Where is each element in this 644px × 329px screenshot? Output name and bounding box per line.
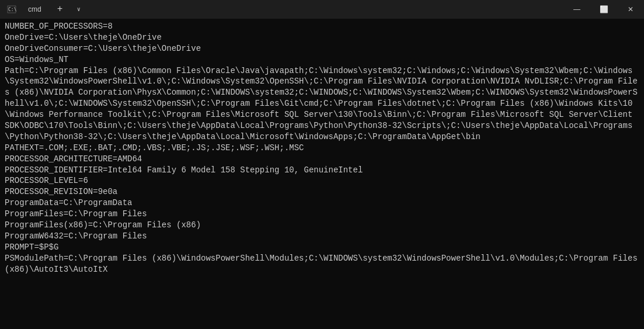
cmd-logo-icon: C:\: [7, 5, 16, 14]
minimize-button[interactable]: —: [563, 0, 590, 19]
window-icon: C:\: [0, 0, 23, 19]
svg-text:C:\: C:\: [8, 7, 16, 12]
chevron-down-icon: ∨: [77, 6, 81, 13]
close-button[interactable]: ✕: [617, 0, 644, 19]
title-bar: C:\ cmd + ∨ — ⬜ ✕: [0, 0, 644, 19]
title-bar-left: C:\ cmd + ∨: [0, 0, 88, 19]
maximize-button[interactable]: ⬜: [590, 0, 617, 19]
tab-dropdown-button[interactable]: ∨: [69, 0, 88, 19]
cmd-window: C:\ cmd + ∨ — ⬜ ✕ NUMBER_OF_PROCESSORS=8…: [0, 0, 644, 329]
add-tab-button[interactable]: +: [51, 0, 69, 19]
tab-controls: + ∨: [51, 0, 88, 19]
window-title: cmd: [23, 5, 46, 13]
terminal-output[interactable]: NUMBER_OF_PROCESSORS=8 OneDrive=C:\Users…: [0, 19, 644, 329]
window-controls: — ⬜ ✕: [563, 0, 644, 19]
